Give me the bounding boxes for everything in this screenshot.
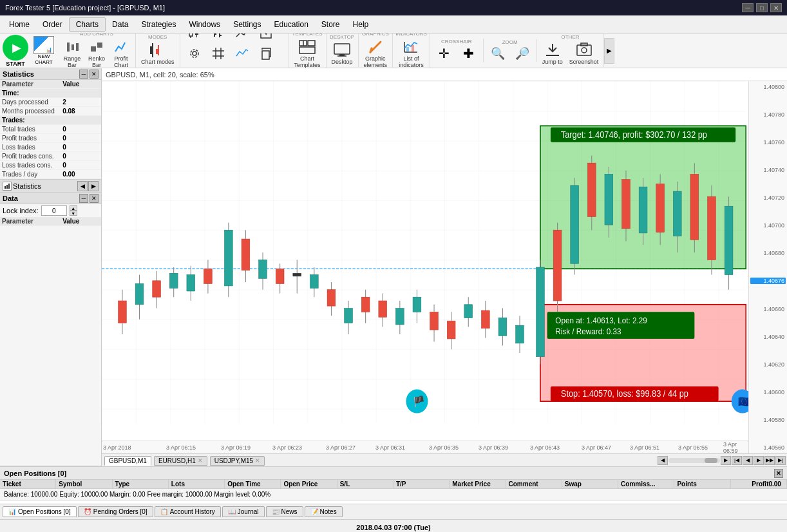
months-processed-row: Months processed 0.08 xyxy=(0,107,101,116)
scroll-right-btn[interactable]: ▶ xyxy=(721,456,731,465)
indicator-view-btn[interactable] xyxy=(231,43,254,64)
maximize-button[interactable]: □ xyxy=(756,3,768,12)
svg-rect-116 xyxy=(587,163,596,216)
lock-spin-down[interactable]: ▼ xyxy=(70,211,77,216)
scrollbar-thumb[interactable] xyxy=(705,458,717,463)
svg-rect-0 xyxy=(67,43,70,52)
trades-section-row: Trades: xyxy=(0,116,101,125)
jump-to-icon xyxy=(544,41,562,59)
start-button[interactable]: ▶ START xyxy=(3,35,28,67)
copy-btn[interactable] xyxy=(254,43,278,64)
export-btn[interactable] xyxy=(254,33,278,43)
account-history-tab-icon: 📋 xyxy=(160,508,168,515)
current-price: 1.40676 xyxy=(750,278,786,284)
menu-home[interactable]: Home xyxy=(3,18,36,31)
scroll-to-end-btn[interactable]: ▶| xyxy=(775,456,786,465)
svg-rect-40 xyxy=(406,47,409,52)
svg-rect-132 xyxy=(725,206,733,274)
menubar: Home Order Charts Data Strategies Window… xyxy=(0,15,787,33)
screenshot-button[interactable]: Screenshot xyxy=(567,40,602,67)
crosshair-add-btn[interactable]: ✛ xyxy=(433,44,456,62)
lock-spin-up[interactable]: ▲ xyxy=(70,205,77,211)
new-chart-button[interactable]: 📊 NEWCHART xyxy=(32,35,55,67)
chart-tab-eurusd[interactable]: EURUSD,H1 ✕ xyxy=(154,456,207,466)
price-13: 1.40560 xyxy=(750,444,786,451)
chart-tab-usdjpy[interactable]: USDJPY,M15 ✕ xyxy=(210,456,265,466)
zoom-in-btn[interactable]: 🔍 xyxy=(486,45,509,62)
menu-strategies[interactable]: Strategies xyxy=(135,18,182,31)
svg-rect-128 xyxy=(690,175,699,240)
chart-templates-button[interactable]: ChartTemplates xyxy=(292,37,323,68)
scroll-fast-forward-btn[interactable]: ▶▶ xyxy=(764,456,775,465)
menu-help[interactable]: Help xyxy=(346,18,375,31)
data-close-btn[interactable]: ✕ xyxy=(90,194,99,203)
profit-chart-button[interactable]: ProfitChart xyxy=(109,37,133,68)
zoom-label: ZOOM xyxy=(502,39,518,45)
scroll-to-start-btn[interactable]: |◀ xyxy=(732,456,742,465)
menu-store[interactable]: Store xyxy=(315,18,346,31)
loss-trades-cons-value: 0 xyxy=(61,161,101,170)
scrollbar-track[interactable] xyxy=(668,458,720,463)
renko-bar-button[interactable]: RenkoBar xyxy=(85,37,108,68)
trades-per-day-label: Trades / day xyxy=(0,170,61,179)
tab-account-history[interactable]: 📋 Account History xyxy=(155,506,221,517)
svg-text:Risk / Reward: 0.33: Risk / Reward: 0.33 xyxy=(555,327,621,337)
chart-modes-button[interactable]: Chart modes xyxy=(138,40,177,67)
statistics-minimize-btn[interactable]: ─ xyxy=(79,70,88,79)
positions-close-btn[interactable]: ✕ xyxy=(774,469,783,478)
menu-education[interactable]: Education xyxy=(267,18,314,31)
minimize-button[interactable]: ─ xyxy=(742,3,754,12)
stats-header-row: Parameter Value xyxy=(0,80,101,89)
menu-windows[interactable]: Windows xyxy=(182,18,227,31)
jump-to-button[interactable]: Jump to xyxy=(540,40,565,67)
chart-tab-gbpusd[interactable]: GBPUSD,M1 xyxy=(104,456,151,466)
statistics-close-btn[interactable]: ✕ xyxy=(90,70,99,79)
range-bar-button[interactable]: RangeBar xyxy=(61,37,84,68)
tab-pending-orders[interactable]: ⏰ Pending Orders [0] xyxy=(78,506,153,517)
crosshair-remove-btn[interactable]: ✚ xyxy=(457,44,480,62)
svg-rect-48 xyxy=(6,185,8,189)
chart-canvas[interactable]: Target: 1.40746, profit: $302.70 / 132 p… xyxy=(102,81,787,453)
menu-order[interactable]: Order xyxy=(36,18,69,31)
zoom-out-btn[interactable]: 🔎 xyxy=(511,45,534,62)
stats-arrow-left[interactable]: ◀ xyxy=(77,181,88,191)
menu-data[interactable]: Data xyxy=(106,18,135,31)
scroll-left-btn[interactable]: ◀ xyxy=(658,456,668,465)
chart-templates-icon xyxy=(298,38,316,56)
close-usdjpy-icon[interactable]: ✕ xyxy=(255,457,260,464)
col-commiss: Commiss... xyxy=(618,480,674,488)
data-minimize-btn[interactable]: ─ xyxy=(79,194,88,203)
titlebar-title: Forex Tester 5 [Education project] - [GB… xyxy=(5,4,165,12)
tab-news[interactable]: 📰 News xyxy=(266,506,303,517)
svg-text:Stop: 1.40570, loss: $99.83 / : Stop: 1.40570, loss: $99.83 / 44 pp xyxy=(561,389,688,399)
settings-view-btn[interactable] xyxy=(183,43,206,64)
list-of-indicators-button[interactable]: List ofindicators xyxy=(396,37,426,68)
renko-bar-icon xyxy=(88,38,106,56)
col-tp: T/P xyxy=(394,480,450,488)
grid-icon xyxy=(209,44,227,62)
lock-index-input[interactable] xyxy=(41,205,67,216)
time-3: 3 Apr 06:23 xyxy=(272,444,302,451)
tab-open-positions[interactable]: 📊 Open Positions [0] xyxy=(3,506,77,517)
line-view-btn[interactable] xyxy=(231,33,254,43)
close-button[interactable]: ✕ xyxy=(770,3,782,12)
svg-rect-88 xyxy=(345,309,353,323)
svg-rect-82 xyxy=(293,273,301,276)
tab-journal[interactable]: 📖 Journal xyxy=(222,506,265,517)
grid-btn[interactable] xyxy=(207,43,230,64)
desktop-button[interactable]: Desktop xyxy=(329,40,356,67)
scroll-step-back-btn[interactable]: ◀ xyxy=(743,456,753,465)
tab-notes[interactable]: 📝 Notes xyxy=(305,506,343,517)
menu-settings[interactable]: Settings xyxy=(227,18,267,31)
svg-rect-104 xyxy=(481,310,489,328)
graphic-elements-button[interactable]: Graphicelements xyxy=(361,37,390,68)
stats-arrow-right[interactable]: ▶ xyxy=(88,181,99,191)
toolbar-scroll-right[interactable]: ▶ xyxy=(604,38,614,64)
bar-view-btn[interactable] xyxy=(207,33,230,43)
menu-charts[interactable]: Charts xyxy=(69,17,106,32)
svg-rect-102 xyxy=(464,305,473,318)
scroll-play-btn[interactable]: ▶ xyxy=(754,456,764,465)
candles-view-btn[interactable] xyxy=(183,33,206,43)
profit-trades-value: 0 xyxy=(61,134,101,143)
close-eurusd-icon[interactable]: ✕ xyxy=(198,457,203,464)
